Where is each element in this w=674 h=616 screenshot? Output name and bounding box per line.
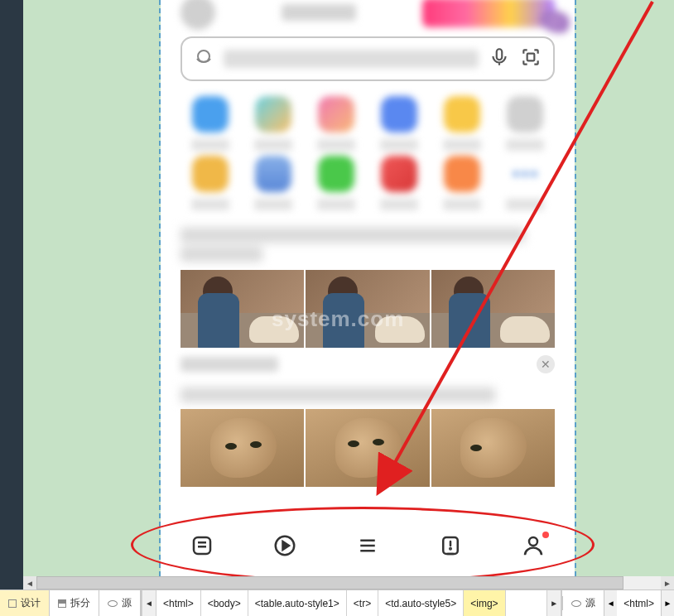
svg-rect-1: [497, 49, 503, 60]
app-row: [181, 156, 555, 210]
tab-source[interactable]: 源: [99, 590, 141, 616]
feed-title: [181, 387, 555, 402]
mini-prev[interactable]: ◄: [604, 590, 617, 616]
nav-notify[interactable]: [438, 533, 463, 561]
scroll-left-button[interactable]: ◄: [23, 576, 36, 590]
breadcrumb-item[interactable]: <html>: [156, 590, 201, 616]
breadcrumb-item[interactable]: <body>: [201, 590, 248, 616]
more-icon: [507, 156, 543, 192]
app-shortcut[interactable]: [181, 96, 240, 151]
thumbnail[interactable]: [181, 409, 304, 487]
nav-video[interactable]: [272, 533, 297, 561]
thumbnail[interactable]: [306, 270, 429, 348]
breadcrumb: ◄ <html> <body> <table.auto-style1> <tr>…: [141, 590, 562, 616]
design-canvas: ✕: [0, 0, 674, 590]
app-shortcut[interactable]: [432, 156, 492, 210]
tab-label: 源: [585, 596, 595, 610]
feed-title: [181, 228, 555, 262]
bottom-nav: [161, 518, 575, 576]
scan-icon[interactable]: [520, 46, 542, 71]
svg-point-7: [529, 537, 537, 546]
phone-mockup-region: ✕: [161, 0, 575, 576]
app-shortcut[interactable]: [243, 156, 303, 210]
feed-thumbnails[interactable]: [181, 409, 555, 487]
nav-profile[interactable]: [521, 533, 546, 561]
left-gutter: [0, 0, 23, 590]
nav-feed[interactable]: [190, 533, 214, 561]
app-shortcut[interactable]: [369, 156, 429, 210]
app-shortcut[interactable]: [306, 96, 366, 151]
promo-banner[interactable]: [422, 0, 555, 27]
source-mode-icon: [108, 600, 118, 607]
tab-source-right[interactable]: 源: [562, 596, 604, 610]
app-shortcut[interactable]: [243, 96, 303, 151]
svg-point-6: [450, 548, 451, 550]
breadcrumb-item[interactable]: <table.auto-style1>: [248, 590, 347, 616]
avatar[interactable]: [181, 0, 215, 30]
thumbnail[interactable]: [431, 409, 555, 487]
design-mode-icon: [8, 599, 17, 608]
more-button[interactable]: [495, 156, 555, 210]
breadcrumb-item[interactable]: <html>: [617, 590, 661, 616]
nav-menu[interactable]: [355, 533, 380, 561]
svg-rect-2: [527, 54, 535, 61]
tab-label: 拆分: [70, 596, 90, 610]
search-icon: [194, 47, 214, 70]
feed-thumbnails[interactable]: [181, 270, 555, 348]
editor-statusbar: 设计 拆分 源 ◄ <html> <body> <table.auto-styl…: [0, 590, 674, 616]
mini-next[interactable]: ►: [661, 590, 674, 616]
feed: ✕: [161, 215, 575, 487]
tab-label: 源: [122, 596, 132, 610]
scroll-track[interactable]: [36, 576, 661, 590]
search-placeholder: [224, 50, 479, 68]
notification-dot: [542, 532, 549, 538]
tab-design[interactable]: 设计: [0, 590, 50, 616]
right-tab-group: 源 ◄ <html> ►: [562, 590, 674, 616]
thumbnail[interactable]: [181, 270, 304, 348]
breadcrumb-item-selected[interactable]: <img>: [464, 590, 505, 616]
app-shortcut[interactable]: [432, 96, 492, 151]
phone-screen[interactable]: ✕: [161, 0, 575, 576]
split-mode-icon: [58, 599, 66, 608]
app-shortcut[interactable]: [495, 96, 555, 151]
app-shortcut-grid: [161, 96, 575, 210]
breadcrumb-item[interactable]: <td.auto-style5>: [378, 590, 464, 616]
horizontal-scrollbar[interactable]: ◄ ►: [23, 576, 674, 590]
breadcrumb-item[interactable]: <tr>: [347, 590, 378, 616]
tab-split[interactable]: 拆分: [50, 590, 99, 616]
phone-header: [161, 0, 575, 25]
app-shortcut[interactable]: [306, 156, 366, 210]
feed-meta-row: ✕: [181, 353, 555, 376]
voice-icon[interactable]: [489, 46, 510, 71]
page-background: ✕: [23, 0, 674, 576]
breadcrumb-prev[interactable]: ◄: [142, 590, 156, 616]
tab-label: 设计: [21, 596, 41, 610]
scroll-thumb[interactable]: [36, 576, 623, 590]
search-bar[interactable]: [181, 36, 555, 81]
dismiss-button[interactable]: ✕: [537, 355, 555, 373]
app-row: [181, 96, 555, 151]
thumbnail[interactable]: [431, 270, 555, 348]
app-shortcut[interactable]: [181, 156, 240, 210]
breadcrumb-next[interactable]: ►: [546, 590, 561, 616]
header-text: [282, 4, 356, 21]
source-mode-icon: [571, 600, 581, 607]
scroll-right-button[interactable]: ►: [661, 576, 674, 590]
thumbnail[interactable]: [306, 409, 429, 487]
guide-right: [575, 0, 576, 576]
app-shortcut[interactable]: [369, 96, 429, 151]
